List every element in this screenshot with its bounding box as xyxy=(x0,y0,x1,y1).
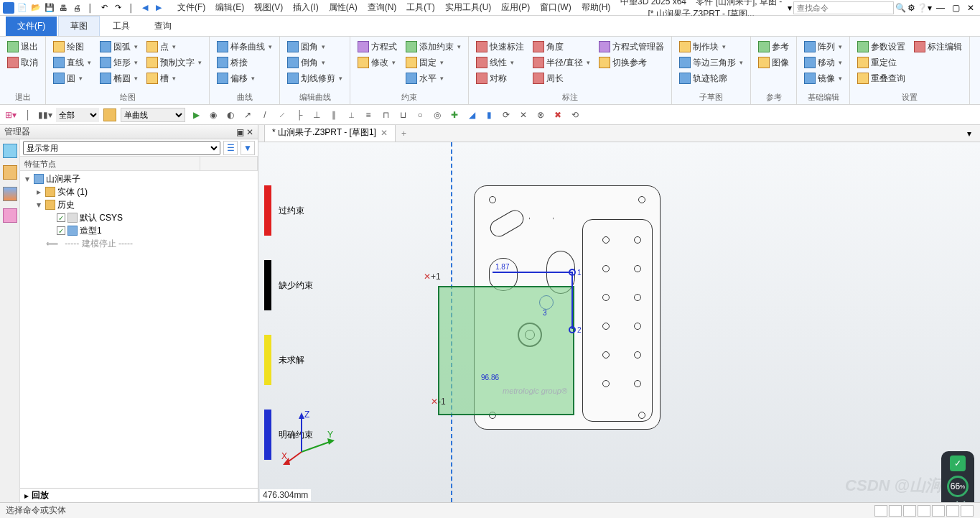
perf-meter[interactable]: ✓ 66% ↑ 1.1K/s ↓ 102K/s xyxy=(941,451,974,502)
rb-toggleref[interactable]: 切换参考 xyxy=(596,55,667,70)
help-icon[interactable]: ❔▾ xyxy=(917,3,932,13)
tb2-n-icon[interactable]: ◎ xyxy=(431,108,444,121)
tb2-o-icon[interactable]: ✚ xyxy=(448,108,461,121)
qat-nav-left-icon[interactable]: ◀ xyxy=(139,2,151,14)
tb2-i-icon[interactable]: ⟂ xyxy=(345,108,358,121)
rb-trace[interactable]: 轨迹轮廓 xyxy=(676,70,746,86)
tb2-k-icon[interactable]: ⊓ xyxy=(379,108,392,121)
menu-view[interactable]: 视图(V) xyxy=(250,0,287,15)
rb-perim[interactable]: 周长 xyxy=(530,70,593,86)
tb2-f-icon[interactable]: ├ xyxy=(293,108,306,121)
rb-horiz[interactable]: 水平▾ xyxy=(403,70,464,86)
tb2-u-icon[interactable]: ✖ xyxy=(551,108,564,121)
tb2-p-icon[interactable]: ◢ xyxy=(465,108,478,121)
rb-cancel[interactable]: 取消 xyxy=(4,55,41,70)
mgr-tab-model-icon[interactable] xyxy=(3,144,17,158)
rb-tri[interactable]: 等边三角形▾ xyxy=(676,55,746,70)
sb-3-icon[interactable] xyxy=(903,505,916,517)
sb-4-icon[interactable] xyxy=(918,505,930,517)
rb-modify[interactable]: 修改▾ xyxy=(355,55,400,70)
ribbon-tab-tools[interactable]: 工具 xyxy=(101,17,141,36)
rb-pretext[interactable]: 预制文字▾ xyxy=(144,55,205,70)
dim-end1[interactable] xyxy=(569,269,576,276)
qat-save-icon[interactable]: 💾 xyxy=(44,2,55,14)
rb-arc[interactable]: 圆弧▾ xyxy=(97,39,141,55)
rb-dimedit[interactable]: 标注编辑 xyxy=(911,39,965,55)
tb2-h-icon[interactable]: ∥ xyxy=(327,108,340,121)
rb-params[interactable]: 参数设置 xyxy=(854,39,908,55)
min-button[interactable]: — xyxy=(933,3,948,13)
menu-query[interactable]: 查询(N) xyxy=(363,0,401,15)
tb2-b-icon[interactable]: ◐ xyxy=(224,108,237,121)
tb2-scope-select[interactable]: 全部 xyxy=(56,108,99,122)
tree-history[interactable]: ▾历史 xyxy=(20,198,258,211)
mgr-tab-view-icon[interactable] xyxy=(3,187,17,201)
tb2-bars-icon[interactable]: ▮▮▾ xyxy=(39,108,52,121)
rb-draw[interactable]: 绘图 xyxy=(50,39,94,55)
mgr-tab-solid-icon[interactable] xyxy=(3,165,17,180)
rb-quickdim[interactable]: 快速标注 xyxy=(473,39,527,55)
rb-angle[interactable]: 角度 xyxy=(530,39,593,55)
menu-insert[interactable]: 插入(I) xyxy=(289,0,322,15)
search-input[interactable] xyxy=(793,1,894,14)
menu-window[interactable]: 窗口(W) xyxy=(536,0,575,15)
tb2-r-icon[interactable]: ⟳ xyxy=(500,108,513,121)
rb-exit[interactable]: 退出 xyxy=(4,39,41,55)
tb2-s-icon[interactable]: ✕ xyxy=(517,108,530,121)
tb2-filter-icon[interactable]: ⊞▾ xyxy=(4,108,17,121)
doc-tab-menu-icon[interactable]: ▾ xyxy=(964,126,974,142)
qat-open-icon[interactable]: 📂 xyxy=(30,2,42,14)
qat-undo-icon[interactable]: ↶ xyxy=(98,2,110,14)
rb-overlap[interactable]: 重叠查询 xyxy=(854,70,908,86)
menu-app[interactable]: 应用(P) xyxy=(497,0,534,15)
rb-linear[interactable]: 线性▾ xyxy=(473,55,527,70)
menu-attr[interactable]: 属性(A) xyxy=(325,0,362,15)
title-dd-icon[interactable]: ▾ xyxy=(788,3,792,13)
tree-root[interactable]: ▾山涧果子 xyxy=(20,172,258,185)
tb2-g-icon[interactable]: ⊥ xyxy=(310,108,323,121)
rb-trim[interactable]: 划线修剪▾ xyxy=(284,70,345,86)
tb2-l-icon[interactable]: ⊔ xyxy=(396,108,409,121)
sb-6-icon[interactable] xyxy=(946,505,959,517)
rb-image[interactable]: 图像 xyxy=(755,55,792,70)
rb-makeblock[interactable]: 制作块▾ xyxy=(676,39,746,55)
rb-chamfer[interactable]: 倒角▾ xyxy=(284,55,345,70)
search-icon[interactable]: 🔍 xyxy=(895,3,906,13)
gear-icon[interactable]: ⚙ xyxy=(907,3,915,13)
sb-2-icon[interactable] xyxy=(889,505,902,517)
menu-file[interactable]: 文件(F) xyxy=(173,0,210,15)
rb-repos[interactable]: 重定位 xyxy=(854,55,908,70)
qat-print2-icon[interactable]: 🖨 xyxy=(71,2,83,14)
rb-circle[interactable]: 圆▾ xyxy=(50,70,94,86)
tb2-c-icon[interactable]: ↗ xyxy=(241,108,254,121)
mgr-tab-user-icon[interactable] xyxy=(3,208,17,223)
mgr-filter-select[interactable]: 显示常用 xyxy=(23,141,220,155)
menu-util[interactable]: 实用工具(U) xyxy=(441,0,496,15)
ribbon-tab-sketch[interactable]: 草图 xyxy=(58,16,100,36)
rb-radius[interactable]: 半径/直径▾ xyxy=(530,55,593,70)
sb-7-icon[interactable] xyxy=(961,505,974,517)
rb-bridge[interactable]: 桥接 xyxy=(214,55,275,70)
sb-1-icon[interactable] xyxy=(874,505,887,517)
rb-rect[interactable]: 矩形▾ xyxy=(97,55,141,70)
tb2-play-icon[interactable]: ▶ xyxy=(190,108,202,121)
rb-line[interactable]: 直线▾ xyxy=(50,55,94,70)
rb-fix[interactable]: 固定▾ xyxy=(403,55,464,70)
rb-eqmgr[interactable]: 方程式管理器 xyxy=(596,39,667,55)
close-button[interactable]: ✕ xyxy=(964,3,977,13)
rb-addcon[interactable]: 添加约束▾ xyxy=(403,39,464,55)
doc-tab[interactable]: * 山涧果子.Z3PRT - [草图1]✕ xyxy=(264,125,396,142)
mgr-detail-icon[interactable]: ☰ xyxy=(223,141,238,155)
dim-horiz[interactable] xyxy=(493,272,571,273)
rb-pattern[interactable]: 阵列▾ xyxy=(801,39,845,55)
canvas[interactable]: 过约束 缺少约束 未求解 明确约束 xyxy=(258,142,980,502)
tb2-e-icon[interactable]: ⟋ xyxy=(276,108,289,121)
rb-point[interactable]: 点▾ xyxy=(144,39,205,55)
tb2-a-icon[interactable]: ◉ xyxy=(207,108,220,121)
ribbon-tab-file[interactable]: 文件(F) xyxy=(6,17,57,36)
qat-new-icon[interactable]: 📄 xyxy=(17,2,28,14)
tree-entity[interactable]: ▸实体 (1) xyxy=(20,185,258,198)
dim-vert[interactable] xyxy=(571,272,573,329)
mgr-pin-icon[interactable]: ▣ xyxy=(236,127,244,137)
tb2-m-icon[interactable]: ○ xyxy=(414,108,426,121)
